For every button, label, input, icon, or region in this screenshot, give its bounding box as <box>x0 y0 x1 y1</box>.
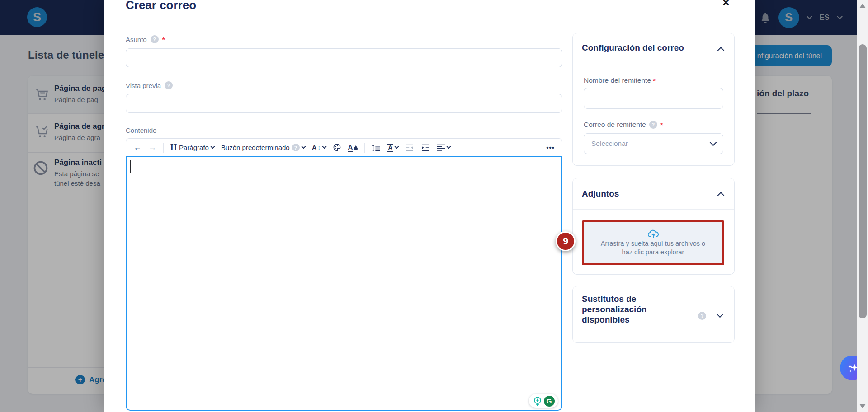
cloud-upload-icon <box>648 229 659 239</box>
substitutes-title: Sustitutos de personalización disponible… <box>582 294 647 325</box>
paragraph-style-label: Parágrafo <box>179 144 209 151</box>
modal-title: Crear correo <box>126 0 196 12</box>
editor-toolbar: ← → H Parágrafo Buzón predeterminado ? A… <box>126 138 562 156</box>
sender-email-select[interactable]: Seleccionar <box>584 133 723 154</box>
text-style-dropdown[interactable]: A <box>387 144 398 152</box>
suggestion-bulb-icon <box>533 396 542 406</box>
chevron-down-icon <box>447 145 451 149</box>
sender-name-input[interactable] <box>584 88 723 109</box>
toolbar-separator <box>364 143 365 153</box>
scrollbar-thumb[interactable] <box>859 44 867 318</box>
chevron-down-icon <box>710 139 717 146</box>
mailbox-dropdown[interactable]: Buzón predeterminado ? <box>221 144 305 151</box>
annotation-step-badge: 9 <box>556 231 576 251</box>
screen: S S ES Lista de túnele Página de pag Pág… <box>0 0 868 412</box>
email-body-editor[interactable]: G <box>126 156 562 411</box>
preview-label: Vista previa <box>126 82 161 89</box>
divider <box>573 209 734 210</box>
help-icon[interactable]: ? <box>698 312 706 320</box>
text-cursor <box>130 160 131 173</box>
help-icon[interactable]: ? <box>649 121 657 129</box>
file-dropzone[interactable]: Arrastra y suelta aquí tus archivos o ha… <box>582 220 724 265</box>
email-settings-card: Configuración del correo Nombre del remi… <box>572 33 735 166</box>
align-dropdown[interactable] <box>437 144 450 151</box>
grammarly-widget[interactable]: G <box>529 394 558 408</box>
content-label: Contenido <box>126 126 156 134</box>
help-icon[interactable]: ? <box>165 81 173 89</box>
help-icon: ? <box>292 144 300 151</box>
close-icon[interactable]: ✕ <box>722 0 730 8</box>
updown-icon: ↕ <box>318 145 321 151</box>
a-overline-icon: A <box>387 144 393 152</box>
preview-input[interactable] <box>126 94 562 113</box>
preview-label-row: Vista previa ? <box>126 81 173 89</box>
heading-icon: H <box>170 143 177 152</box>
indent-button[interactable] <box>421 144 430 151</box>
sender-name-label-row: Nombre del remitente * <box>584 76 656 84</box>
collapse-chevron-up-icon[interactable] <box>717 192 725 199</box>
chevron-down-icon <box>395 145 399 149</box>
expand-chevron-down-icon[interactable] <box>717 311 724 318</box>
page-scrollbar[interactable] <box>857 0 868 412</box>
scroll-down-arrow-icon[interactable] <box>859 404 866 408</box>
toolbar-separator <box>163 143 164 153</box>
font-color-palette-button[interactable] <box>333 143 341 152</box>
required-asterisk: * <box>653 77 656 84</box>
mailbox-label: Buzón predeterminado <box>221 144 290 151</box>
subject-input[interactable] <box>126 48 562 67</box>
chevron-down-icon <box>322 145 326 149</box>
select-placeholder: Seleccionar <box>591 140 628 148</box>
attachments-title: Adjuntos <box>582 188 619 199</box>
chevron-down-icon <box>301 145 306 149</box>
subject-label: Asunto <box>126 36 147 43</box>
grammarly-g-icon: G <box>544 396 555 407</box>
sender-email-label-row: Correo de remitente ? * <box>584 121 663 129</box>
font-size-dropdown[interactable]: A ↕ <box>312 144 326 151</box>
personalization-substitutes-card: Sustitutos de personalización disponible… <box>572 286 735 343</box>
paragraph-style-dropdown[interactable]: H Parágrafo <box>170 143 214 152</box>
scroll-up-arrow-icon[interactable] <box>859 4 866 8</box>
collapse-chevron-up-icon[interactable] <box>717 47 725 54</box>
create-email-modal: Crear correo ✕ Asunto ? * Vista previa ?… <box>104 0 755 412</box>
more-options-button[interactable]: ••• <box>546 144 555 151</box>
line-spacing-button[interactable] <box>372 144 381 152</box>
dropzone-text-line1: Arrastra y suelta aquí tus archivos o <box>601 239 705 248</box>
chevron-down-icon <box>210 145 215 149</box>
attachments-card: Adjuntos Arrastra y suelta aquí tus arch… <box>572 178 735 275</box>
highlight-letter: A <box>348 143 353 152</box>
outdent-button[interactable] <box>405 144 414 151</box>
required-asterisk: * <box>660 121 663 129</box>
required-asterisk: * <box>162 36 165 43</box>
font-size-icon: A <box>312 144 317 151</box>
subject-label-row: Asunto ? * <box>126 35 165 43</box>
undo-button[interactable]: ← <box>133 143 142 152</box>
content-label-row: Contenido <box>126 126 156 134</box>
sender-name-label: Nombre del remitente <box>584 76 651 84</box>
email-settings-title: Configuración del correo <box>582 42 684 53</box>
dropzone-text-line2: haz clic para explorar <box>622 248 684 257</box>
highlight-color-button[interactable]: A <box>348 143 358 152</box>
help-icon[interactable]: ? <box>151 35 159 43</box>
sender-email-label: Correo de remitente <box>584 121 646 129</box>
divider <box>573 65 734 65</box>
redo-button[interactable]: → <box>148 143 156 152</box>
